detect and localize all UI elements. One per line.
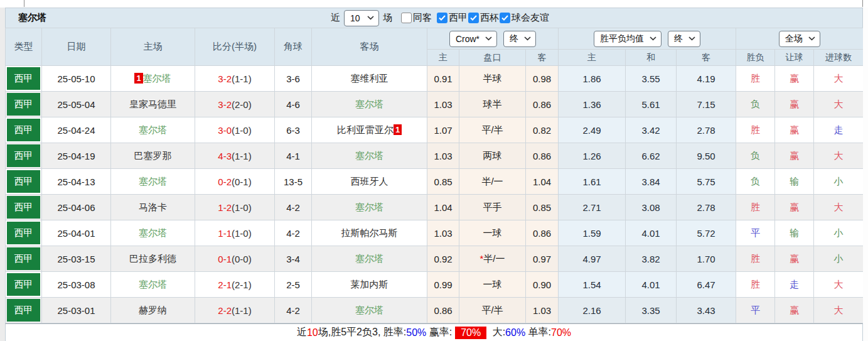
rank-badge: 1 xyxy=(134,73,142,84)
fulltime-score: 3-0 xyxy=(218,125,232,136)
home-team-name[interactable]: 塞尔塔 xyxy=(139,176,167,187)
league-type-cell: 西甲 xyxy=(6,272,42,298)
away-team-name[interactable]: 塞尔塔 xyxy=(355,253,383,264)
handicap-time-select[interactable]: 终 xyxy=(503,31,536,47)
chevron-down-icon xyxy=(650,36,656,41)
corners-cell: 3-6 xyxy=(275,66,312,92)
league-badge: 西甲 xyxy=(7,67,40,90)
league-badge: 西甲 xyxy=(7,144,40,167)
match-date: 25-04-01 xyxy=(42,220,111,246)
odds-away: 7.15 xyxy=(677,92,736,117)
home-team-name[interactable]: 塞尔塔 xyxy=(139,124,167,135)
odds-time-select[interactable]: 终 xyxy=(668,31,700,47)
league-badge: 西甲 xyxy=(7,196,40,219)
away-team-name[interactable]: 西班牙人 xyxy=(351,176,388,187)
subcol-odds-draw: 和 xyxy=(626,50,677,66)
period-select[interactable]: 全场 xyxy=(779,31,820,47)
handicap-away-odds: 0.86 xyxy=(526,220,559,246)
away-team-name[interactable]: 塞维利亚 xyxy=(351,73,388,84)
home-team-name[interactable]: 塞尔塔 xyxy=(139,227,167,238)
odds-draw: 4.01 xyxy=(626,272,677,298)
away-team-name[interactable]: 拉斯帕尔马斯 xyxy=(341,227,398,238)
home-team-name[interactable]: 马洛卡 xyxy=(139,202,167,212)
league-badge: 西甲 xyxy=(7,299,40,322)
score-cell: 3-2(1-1) xyxy=(195,66,275,92)
odds-away: 1.70 xyxy=(677,246,736,272)
result-goals: 大 xyxy=(814,92,864,117)
score-cell: 0-1(0-0) xyxy=(195,246,275,272)
league-badge: 西甲 xyxy=(7,119,40,141)
same-venue-checkbox[interactable] xyxy=(401,13,412,23)
handicap-away-odds: 0.86 xyxy=(526,92,559,117)
odds-home: 1.36 xyxy=(559,92,626,117)
match-row: 西甲25-04-19巴塞罗那4-3(1-1)4-1塞尔塔1.03两球0.861.… xyxy=(6,143,864,169)
league-type-cell: 西甲 xyxy=(6,66,42,92)
divider xyxy=(862,0,863,7)
result-group-header: 全场 xyxy=(736,28,864,50)
odds-draw: 3.82 xyxy=(626,246,677,272)
away-team-name[interactable]: 塞尔塔 xyxy=(355,305,383,315)
home-team-name[interactable]: 巴拉多利德 xyxy=(129,253,176,264)
result-winlose: 胜 xyxy=(736,195,775,220)
odds-draw: 6.62 xyxy=(626,143,677,169)
same-venue-label[interactable]: 同客 xyxy=(413,12,432,24)
handicap-home-odds: 0.91 xyxy=(427,66,459,92)
summary-cover-rate-badge: 70% xyxy=(455,327,486,339)
filter-friendly-checkbox[interactable] xyxy=(500,13,510,23)
fulltime-score: 2-2 xyxy=(218,305,232,316)
odds-home: 2.71 xyxy=(559,195,626,220)
odds-home: 4.97 xyxy=(559,246,626,272)
right-gutter xyxy=(863,8,868,341)
corners-cell: 13-5 xyxy=(275,169,312,195)
away-team-name[interactable]: 比利亚雷亚尔 xyxy=(337,124,394,135)
handicap-away-odds: 0.98 xyxy=(526,66,559,92)
result-winlose: 胜 xyxy=(736,246,775,272)
odds-draw: 4.01 xyxy=(626,220,677,246)
odds-group-header: 胜平负均值 终 xyxy=(559,28,736,50)
home-team-cell: 巴拉多利德 xyxy=(111,246,195,272)
home-team-name[interactable]: 塞尔塔 xyxy=(139,279,167,290)
filter-friendly-label[interactable]: 球会友谊 xyxy=(512,12,549,24)
handicap-line: *半/一 xyxy=(459,246,526,272)
handicap-time-select-value: 终 xyxy=(510,33,518,45)
odds-average-select[interactable]: 胜平负均值 xyxy=(594,31,662,47)
filter-controls: 近 10 场 同客 西甲 西杯 xyxy=(327,10,549,26)
away-team-name[interactable]: 莱加内斯 xyxy=(351,279,388,290)
result-goals: 小 xyxy=(814,246,864,272)
filter-laliga-label[interactable]: 西甲 xyxy=(449,12,468,24)
home-team-name[interactable]: 皇家马德里 xyxy=(129,99,176,109)
result-goals: 小 xyxy=(814,169,864,195)
halftime-score: (1-1) xyxy=(232,305,252,316)
match-date: 25-04-06 xyxy=(42,195,111,220)
match-row: 西甲25-04-01塞尔塔1-1(1-0)4-2拉斯帕尔马斯1.03一球0.86… xyxy=(6,220,864,246)
match-row: 西甲25-03-08塞尔塔2-1(2-1)2-5莱加内斯0.99一球0.901.… xyxy=(6,272,864,298)
home-team-name[interactable]: 巴塞罗那 xyxy=(134,150,172,161)
away-team-name[interactable]: 塞尔塔 xyxy=(355,202,383,212)
handicap-away-odds: 0.86 xyxy=(526,143,559,169)
filter-copa-label[interactable]: 西杯 xyxy=(480,12,499,24)
match-row: 西甲25-03-15巴拉多利德0-1(0-0)3-4塞尔塔0.92*半/一0.9… xyxy=(6,246,864,272)
summary-text: 大: xyxy=(490,326,505,339)
bookmaker-select[interactable]: Crow* xyxy=(449,31,497,47)
halftime-score: (1-1) xyxy=(232,73,252,84)
away-team-name[interactable]: 塞尔塔 xyxy=(355,99,383,109)
away-team-cell: 塞维利亚 xyxy=(312,66,427,92)
summary-over-rate: 60% xyxy=(505,327,525,338)
odds-away: 6.47 xyxy=(677,272,736,298)
summary-text: 单率: xyxy=(525,326,551,339)
table-body: 西甲25-05-101塞尔塔3-2(1-1)3-6塞维利亚0.91半球0.981… xyxy=(6,66,864,323)
away-team-name[interactable]: 塞尔塔 xyxy=(355,150,383,161)
recent-count-select[interactable]: 10 xyxy=(344,10,379,26)
filter-laliga-checkbox[interactable] xyxy=(437,13,447,23)
match-date: 25-03-01 xyxy=(42,298,111,323)
league-badge: 西甲 xyxy=(7,273,40,296)
result-handicap: 赢 xyxy=(775,117,814,143)
away-team-cell: 西班牙人 xyxy=(312,169,427,195)
chevron-down-icon xyxy=(485,36,492,41)
filter-copa-checkbox[interactable] xyxy=(468,13,479,23)
home-team-name[interactable]: 塞尔塔 xyxy=(143,73,171,84)
odds-away: 9.50 xyxy=(677,143,736,169)
fulltime-score: 0-2 xyxy=(218,176,232,187)
home-team-name[interactable]: 赫罗纳 xyxy=(139,305,167,315)
corners-cell: 6-3 xyxy=(275,117,312,143)
